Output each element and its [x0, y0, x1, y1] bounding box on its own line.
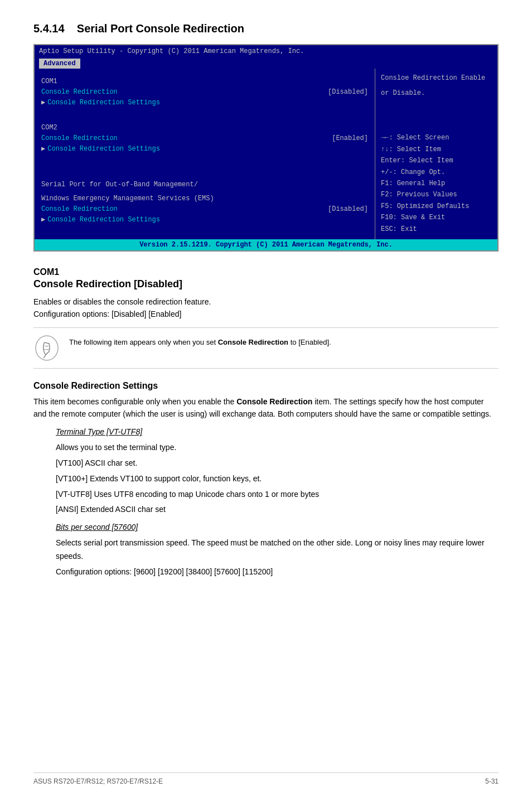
- com2-console-item[interactable]: Console Redirection [Enabled]: [41, 133, 368, 144]
- key-f2: F2: Previous Values: [381, 189, 492, 200]
- doc-section: COM1 Console Redirection [Disabled] Enab…: [33, 267, 499, 579]
- footer-left: ASUS RS720-E7/RS12; RS720-E7/RS12-E: [33, 777, 163, 785]
- page-footer: ASUS RS720-E7/RS12; RS720-E7/RS12-E 5-31: [33, 772, 499, 785]
- bios-bottom-bar: Version 2.15.1219. Copyright (C) 2011 Am…: [35, 239, 497, 250]
- bios-left-panel: COM1 Console Redirection [Disabled] ▶Con…: [35, 69, 375, 239]
- key-select-screen: →←: Select Screen: [381, 132, 492, 143]
- bios-keys: →←: Select Screen ↑↓: Select Item Enter:…: [381, 132, 492, 235]
- doc-sub-heading: Console Redirection [Disabled]: [33, 278, 499, 290]
- bios-right-panel: Consloe Redirection Enable or Disable. →…: [375, 69, 497, 239]
- doc-com-heading: COM1: [33, 267, 499, 277]
- com1-label: COM1: [41, 76, 368, 87]
- bits-options: Configuration options: [9600] [19200] [3…: [56, 566, 499, 579]
- bios-main-area: COM1 Console Redirection [Disabled] ▶Con…: [35, 69, 497, 239]
- ansi-line: [ANSI] Extended ASCII char set: [56, 503, 499, 516]
- com1-settings-item[interactable]: ▶Console Redirection Settings: [41, 98, 368, 108]
- note-text: The following item appears only when you…: [69, 335, 331, 348]
- com1-console-item[interactable]: Console Redirection [Disabled]: [41, 87, 368, 98]
- vt100plus-line: [VT100+] Extends VT100 to support color,…: [56, 472, 499, 486]
- key-esc: ESC: Exit: [381, 224, 492, 235]
- com2-label: COM2: [41, 123, 368, 133]
- key-change-opt: +/-: Change Opt.: [381, 167, 492, 178]
- key-f1: F1: General Help: [381, 178, 492, 189]
- ems-settings-item[interactable]: ▶Console Redirection Settings: [41, 215, 368, 225]
- doc-para1: This item becomes configurable only when…: [33, 395, 499, 421]
- svg-point-0: [36, 336, 58, 360]
- ems-console-item[interactable]: Console Redirection [Disabled]: [41, 204, 368, 215]
- doc-body1: Enables or disables the console redirect…: [33, 296, 499, 321]
- vt100-line: [VT100] ASCII char set.: [56, 457, 499, 470]
- note-icon: [33, 335, 60, 361]
- key-enter: Enter: Select Item: [381, 155, 492, 166]
- terminal-type-desc: Allows you to set the terminal type.: [56, 441, 499, 455]
- bios-screen: Aptio Setup Utility - Copyright (C) 2011…: [33, 44, 499, 252]
- key-select-item: ↑↓: Select Item: [381, 144, 492, 155]
- bios-help-line1: Consloe Redirection Enable: [381, 73, 492, 84]
- bios-help-line2: or Disable.: [381, 88, 492, 99]
- key-f10: F10: Save & Exit: [381, 212, 492, 223]
- bits-desc: Selects serial port transmission speed. …: [56, 537, 499, 563]
- vtutf8-line: [VT-UTF8] Uses UTF8 encoding to map Unic…: [56, 488, 499, 501]
- bios-tab-advanced[interactable]: Advanced: [39, 59, 80, 69]
- footer-right: 5-31: [485, 777, 499, 785]
- section2-heading: Console Redirection Settings: [33, 381, 499, 391]
- bios-tab-bar: Advanced: [35, 57, 497, 69]
- section-title: 5.4.14 Serial Port Console Redirection: [33, 22, 499, 35]
- ems-label2: Windows Emergency Management Services (E…: [41, 194, 368, 204]
- note-box: The following item appears only when you…: [33, 327, 499, 369]
- bios-top-bar: Aptio Setup Utility - Copyright (C) 2011…: [35, 45, 497, 57]
- bits-label: Bits per second [57600]: [56, 521, 499, 534]
- key-f5: F5: Optimized Defaults: [381, 201, 492, 212]
- terminal-type-label: Terminal Type [VT-UTF8]: [56, 426, 499, 439]
- ems-label1: Serial Port for Out-of-Band Management/: [41, 180, 368, 190]
- com2-settings-item[interactable]: ▶Console Redirection Settings: [41, 144, 368, 154]
